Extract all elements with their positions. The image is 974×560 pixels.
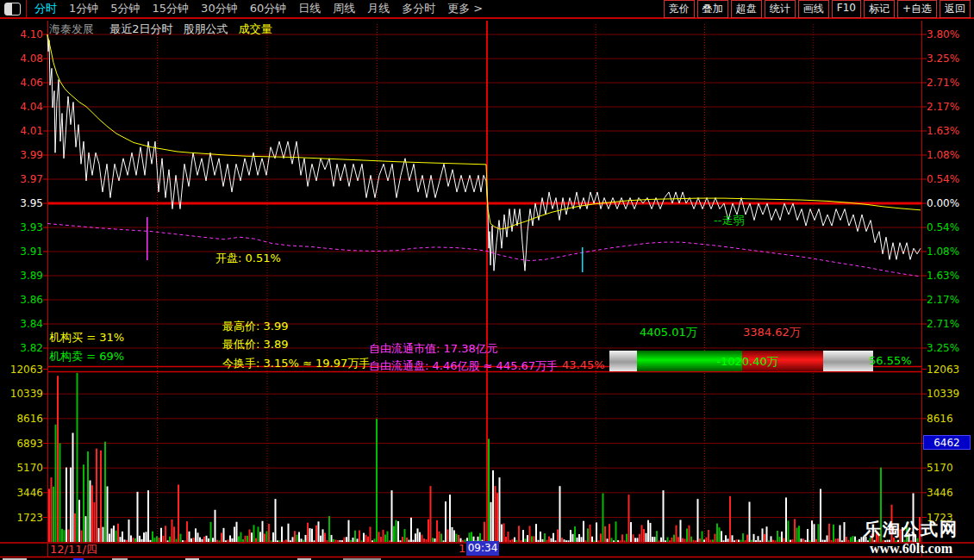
price-line [47,34,921,271]
sell-pct-label: 56.55% [869,354,912,367]
intraday-chart-svg [0,0,974,560]
float-mcap-label: 自由流通市值: 17.38亿元 [369,342,498,355]
open-pct-label: 开盘: 0.51% [215,252,281,264]
volume-bars [48,373,921,542]
institution-buy-label: 机构买 = 31% [49,331,124,344]
pct-axis-label: 3.80% [927,28,970,40]
volume-axis-label: 5170 [7,462,43,474]
low-price-label: 最低价: 3.89 [222,338,288,351]
gauge-right-cap [823,351,873,371]
pct-axis-label: 1.63% [927,125,970,137]
outflow-label: 3384.62万 [743,326,801,339]
stock-name: 海泰发展 [49,22,94,35]
watermark-site-url: www.60lt.com [852,541,971,557]
gauge-left-cap [609,351,637,371]
price-axis-label: 4.10 [14,28,43,40]
price-axis-label: 3.86 [14,294,43,306]
volume-axis-label: 1723 [7,512,43,524]
price-axis-label: 3.93 [14,221,43,233]
high-price-label: 最高价: 3.99 [222,320,288,333]
pct-axis-label: 2.17% [927,101,970,113]
price-axis-label: 4.08 [14,53,43,65]
institution-sell-label: 机构卖 = 69% [49,350,124,363]
price-axis-label: 3.95 [14,197,43,209]
indicator-line [47,224,921,277]
period-label: 最近2日分时 [109,22,172,35]
pct-axis-label: 0.54% [927,173,970,185]
pct-axis-label: 2.71% [927,318,970,330]
price-axis-label: 4.04 [14,101,43,113]
turnover-label: 今换手: 3.15% ≈ 19.97万手 [222,357,370,370]
formula-label[interactable]: 股朋公式 [184,22,228,35]
price-axis-label: 3.82 [14,342,43,354]
pct-axis-label: 0.00% [927,197,970,209]
intraday-chart[interactable]: 4.104.084.064.044.013.993.973.953.933.91… [0,0,974,560]
price-axis-label: 3.89 [14,270,43,282]
volume-axis-label: 3446 [7,487,43,499]
price-axis-label: 3.99 [14,149,43,161]
timeline-cursor-prefix: 1 [459,542,465,555]
net-flow-label: -1020.40万 [704,354,790,370]
price-axis-label: 4.06 [14,77,43,89]
price-axis-label: 4.01 [14,125,43,137]
price-axis-label: 3.97 [14,173,43,185]
pct-axis-label: 1.63% [927,270,970,282]
pct-axis-label: 2.17% [927,294,970,306]
price-axis-label: 3.91 [14,246,43,258]
volume-axis-label: 8616 [927,413,970,425]
volume-axis-label: 10339 [7,388,43,400]
volume-axis-label: 12063 [927,364,970,376]
chart-title-row: 海泰发展 最近2日分时 股朋公式 成交量 [49,22,272,37]
volume-axis-label: 10339 [927,388,970,400]
price-axis-label: 3.84 [14,318,43,330]
pct-axis-label: 3.25% [927,342,970,354]
pct-axis-label: 0.54% [927,221,970,233]
volume-axis-label: 8616 [7,413,43,425]
pct-axis-label: 1.08% [927,149,970,161]
inflow-label: 4405.01万 [640,326,697,339]
timeline-date-label: 12/11/四 [50,542,97,557]
pct-axis-label: 3.25% [927,53,970,65]
current-volume-badge: 6462 [923,435,971,450]
pct-axis-label: 2.71% [927,77,970,89]
pct-axis-label: 1.08% [927,246,970,258]
fund-flow-gauge: -1020.40万 [609,351,873,371]
timeline-cursor-time-badge: 09:34 [466,541,499,556]
volume-axis-label: 12063 [7,364,43,376]
trend-note-label: --走弱 [714,214,744,227]
volume-axis-label: 3446 [927,487,970,499]
watermark-site-name: 乐淘公式网 [852,518,971,541]
volume-axis-label: 5170 [927,462,970,474]
watermark: 乐淘公式网 www.60lt.com [852,518,971,557]
avg_price-line [47,34,921,229]
float-shares-label: 自由流通盘: 4.46亿股 ≈ 445.67万手 [369,359,558,372]
stock-app-window: 分时1分钟5分钟15分钟30分钟60分钟日线周线月线多分时更多 > 竞价叠加超盘… [0,0,974,560]
volume-indicator-label[interactable]: 成交量 [239,22,272,35]
buy-pct-label: 43.45% [562,358,605,371]
volume-axis-label: 6893 [7,438,43,450]
